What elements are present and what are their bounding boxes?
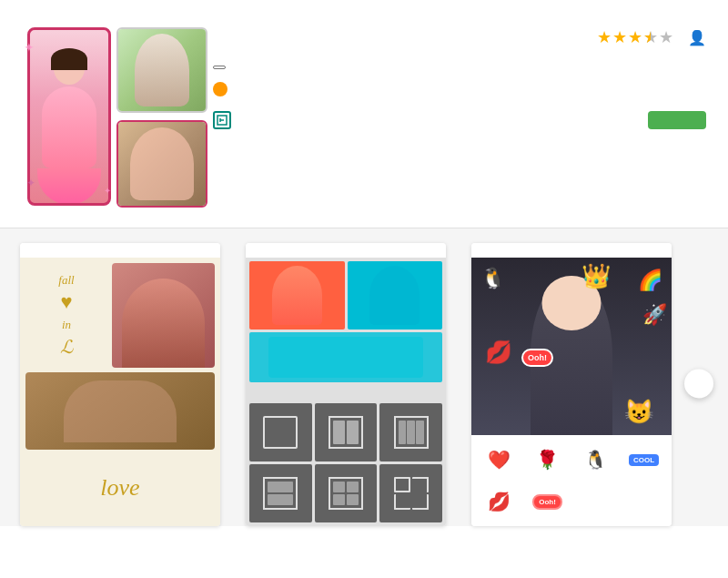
star-2: ★ xyxy=(612,27,627,47)
person-figure xyxy=(33,48,106,203)
app-icon: ✦ ✦ ✦ xyxy=(22,22,213,213)
install-button[interactable] xyxy=(648,111,706,129)
add-to-wishlist-button[interactable] xyxy=(213,111,238,129)
layout-tile-1 xyxy=(249,403,312,461)
sticker-penguin-2: 🐧 xyxy=(573,441,618,479)
collage-right-bottom-photo xyxy=(116,120,207,208)
sticker-cool-badge: COOL xyxy=(622,441,666,479)
layout-tile-2 xyxy=(315,403,378,461)
wishlist-icon xyxy=(213,111,231,129)
sticker-person-area: 👑 🐧 🌈 🚀 💋 Ooh! 😺 xyxy=(471,258,672,435)
sparkle-icon-2: ✦ xyxy=(104,186,111,196)
star-1: ★ xyxy=(597,27,612,47)
screenshot-image-1: fall ♥ in ℒ l xyxy=(20,258,220,526)
screenshot-image-3: 👑 🐧 🌈 🚀 💋 Ooh! 😺 xyxy=(471,258,672,526)
screenshots-row: fall ♥ in ℒ l xyxy=(11,243,717,526)
layout-tile-6 xyxy=(379,464,442,522)
photo-grid-top xyxy=(249,261,442,401)
screenshot-label-2 xyxy=(246,243,446,258)
app-info-panel: ★ ★ ★ ★ ★ ★ 👤 xyxy=(213,22,706,213)
star-3: ★ xyxy=(628,27,642,47)
heart-icon: ♥ xyxy=(60,290,72,314)
screenshot-card-3: 👑 🐧 🌈 🚀 💋 Ooh! 😺 xyxy=(471,243,672,526)
layout-tiles-grid xyxy=(249,403,442,522)
sparkle-icon-3: ✦ xyxy=(26,177,35,189)
romantic-cursive-l: ℒ xyxy=(60,336,73,358)
action-row xyxy=(213,111,706,129)
sticker-ooh-2: Ooh! xyxy=(525,482,570,521)
screenshot-card-1: fall ♥ in ℒ l xyxy=(20,243,220,526)
collage-left-photo xyxy=(27,27,111,206)
age-rating-badge xyxy=(213,66,226,69)
layout-tile-5 xyxy=(315,464,378,522)
romantic-word-love-row: love xyxy=(25,454,215,521)
sticker-heart: ❤️ xyxy=(477,441,521,479)
compatibility-row xyxy=(213,82,706,96)
app-meta-row: ★ ★ ★ ★ ★ ★ 👤 xyxy=(213,27,706,47)
screenshots-section: fall ♥ in ℒ l xyxy=(0,228,728,526)
collage-right-top-photo xyxy=(116,27,207,113)
star-5: ★ xyxy=(659,27,673,47)
sticker-monster: 😺 xyxy=(624,398,653,426)
next-screenshot-arrow[interactable] xyxy=(684,369,713,398)
sticker-ooh-badge: Ooh! xyxy=(521,349,553,367)
sticker-lips-2: 💋 xyxy=(477,482,521,521)
info-icon xyxy=(213,82,228,96)
screenshot-label-3 xyxy=(471,243,672,258)
romantic-text-col: fall ♥ in ℒ xyxy=(25,263,107,368)
screenshot-image-2 xyxy=(246,258,446,526)
sparkle-icon: ✦ xyxy=(24,40,35,55)
layout-tile-4 xyxy=(249,464,312,522)
person-hair xyxy=(51,48,87,70)
sticker-lips: 💋 xyxy=(485,340,512,365)
grid-photo-2 xyxy=(348,261,443,330)
person-skirt xyxy=(37,168,101,205)
romantic-word-love: love xyxy=(100,474,139,502)
romantic-word-fall: fall xyxy=(58,273,74,288)
person-icon: 👤 xyxy=(688,29,706,46)
sticker-grid: ❤️ 🌹 🐧 COOL 💋 Ooh! xyxy=(471,435,672,526)
sticker-rose: 🌹 xyxy=(525,441,570,479)
watermark xyxy=(708,571,713,573)
star-4-half: ★ ★ xyxy=(643,27,658,47)
couple-photo-2 xyxy=(25,372,215,450)
screenshot-card-2 xyxy=(246,243,446,526)
grid-photo-wide xyxy=(249,332,442,382)
grid-photo-1 xyxy=(249,261,345,330)
layout-tile-3 xyxy=(379,403,442,461)
romantic-word-in: in xyxy=(62,318,71,332)
rating-area: ★ ★ ★ ★ ★ ★ 👤 xyxy=(597,27,706,47)
couple-photo-1 xyxy=(112,263,215,368)
person-body xyxy=(42,86,96,168)
stars-display: ★ ★ ★ ★ ★ ★ xyxy=(597,27,673,47)
app-header: ✦ ✦ ✦ ★ ★ ★ ★ ★ ★ 👤 xyxy=(0,0,728,228)
screenshot-label-1 xyxy=(20,243,220,258)
